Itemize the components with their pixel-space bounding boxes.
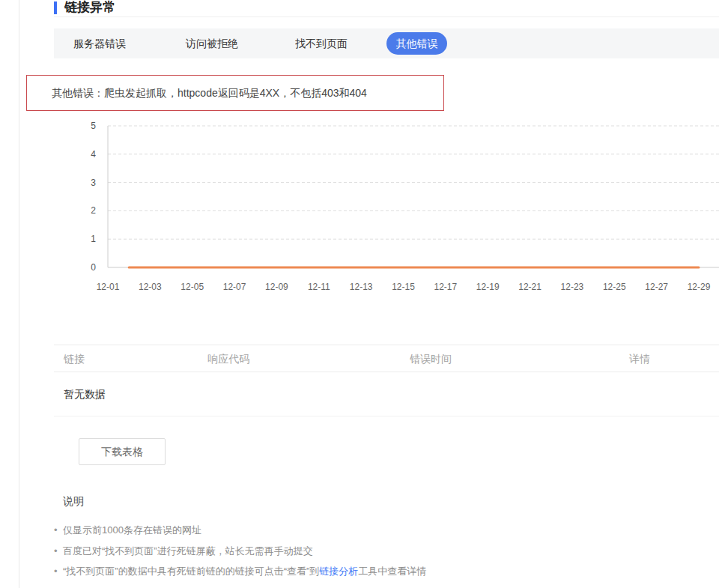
notes-heading: 说明: [63, 495, 84, 509]
col-header-detail: 详情: [629, 345, 650, 373]
note-item: •百度已对“找不到页面”进行死链屏蔽，站长无需再手动提交: [54, 545, 313, 558]
note-text: 百度已对“找不到页面”进行死链屏蔽，站长无需再手动提交: [63, 545, 313, 557]
download-table-button[interactable]: 下载表格: [79, 438, 166, 465]
svg-text:12-03: 12-03: [139, 282, 162, 292]
col-header-link: 链接: [64, 345, 85, 373]
svg-text:12-25: 12-25: [603, 282, 626, 292]
note-item: •“找不到页面”的数据中具有死链前链的的链接可点击“查看”到链接分析工具中查看详…: [54, 565, 426, 578]
table-empty-row: 暂无数据: [54, 372, 719, 416]
col-header-response-code: 响应代码: [207, 345, 249, 373]
svg-text:12-11: 12-11: [308, 282, 330, 292]
svg-text:12-09: 12-09: [265, 282, 288, 292]
svg-text:12-05: 12-05: [180, 282, 204, 292]
alert-text: 其他错误：爬虫发起抓取，httpcode返回码是4XX，不包括403和404: [52, 76, 367, 110]
svg-text:12-29: 12-29: [688, 282, 711, 292]
svg-text:12-07: 12-07: [223, 282, 246, 292]
svg-text:4: 4: [91, 149, 96, 160]
line-chart-canvas: 01234512-0112-0312-0512-0712-0912-1112-1…: [0, 116, 719, 300]
svg-text:3: 3: [91, 178, 96, 188]
title-accent-bar: [54, 1, 57, 14]
svg-text:5: 5: [91, 121, 96, 131]
note-text-pre: “找不到页面”的数据中具有死链前链的的链接可点击“查看”到: [63, 566, 319, 577]
svg-text:0: 0: [91, 262, 96, 273]
note-text-post: 工具中查看详情: [358, 566, 426, 577]
col-header-error-time: 错误时间: [410, 345, 452, 373]
svg-text:12-15: 12-15: [392, 282, 415, 292]
bullet-icon: •: [54, 545, 63, 557]
svg-text:12-13: 12-13: [350, 282, 373, 292]
svg-text:12-23: 12-23: [561, 282, 584, 292]
svg-text:12-17: 12-17: [434, 282, 458, 292]
page: 链接异常 服务器错误 访问被拒绝 找不到页面 其他错误 其他错误：爬虫发起抓取，…: [0, 0, 719, 588]
svg-text:12-19: 12-19: [476, 282, 500, 292]
page-title: 链接异常: [64, 0, 115, 16]
table-header-row: 链接 响应代码 错误时间 详情: [54, 345, 719, 372]
svg-text:1: 1: [91, 234, 96, 244]
empty-data-text: 暂无数据: [64, 372, 106, 416]
svg-text:2: 2: [91, 205, 96, 216]
note-text: 仅显示前1000条存在错误的网址: [63, 524, 201, 536]
tab-access-denied[interactable]: 访问被拒绝: [186, 28, 238, 58]
tab-page-not-found[interactable]: 找不到页面: [295, 28, 348, 58]
svg-text:12-27: 12-27: [645, 282, 668, 292]
bullet-icon: •: [54, 524, 63, 536]
error-definition-alert: 其他错误：爬虫发起抓取，httpcode返回码是4XX，不包括403和404: [26, 75, 444, 111]
error-trend-chart: 01234512-0112-0312-0512-0712-0912-1112-1…: [0, 116, 719, 300]
tabbar: 服务器错误 访问被拒绝 找不到页面 其他错误: [54, 28, 719, 58]
svg-text:12-01: 12-01: [97, 282, 120, 292]
bullet-icon: •: [54, 566, 63, 577]
note-item: •仅显示前1000条存在错误的网址: [54, 524, 201, 537]
page-header: 链接异常: [54, 0, 719, 17]
error-table: 链接 响应代码 错误时间 详情 暂无数据: [54, 345, 719, 416]
tab-server-error[interactable]: 服务器错误: [73, 28, 126, 58]
tab-other-error-active[interactable]: 其他错误: [386, 32, 447, 55]
svg-text:12-21: 12-21: [518, 282, 541, 292]
link-analysis-link[interactable]: 链接分析: [319, 566, 358, 577]
